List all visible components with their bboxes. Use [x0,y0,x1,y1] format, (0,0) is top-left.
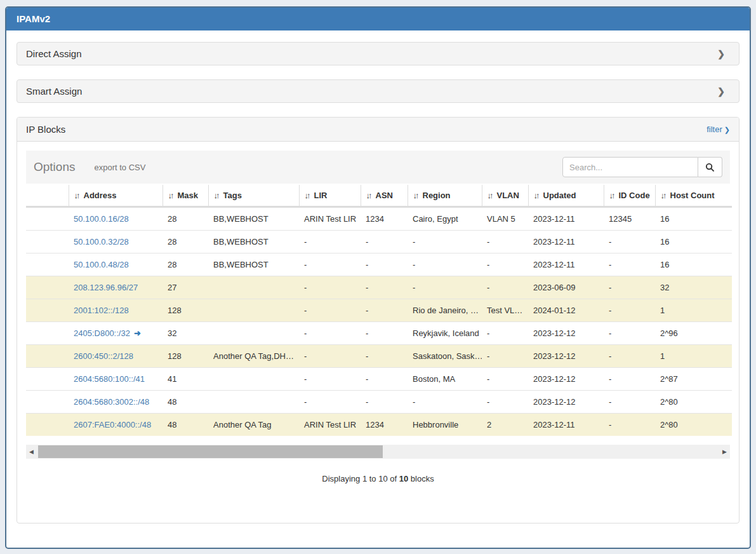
vlan-cell: - [482,391,528,414]
smart-assign-label: Smart Assign [26,86,82,97]
mask-cell: 28 [162,253,208,276]
table-row: 50.100.0.16/2828BB,WEBHOSTARIN Test LIR1… [26,207,732,231]
host-count-cell: 1 [655,299,732,322]
updated-cell: 2023-12-11 [528,414,604,436]
search-input[interactable] [562,157,698,177]
chevron-right-icon: ❯ [717,86,730,97]
address-cell: 50.100.0.32/28 [69,231,162,253]
address-link[interactable]: 50.100.0.48/28 [74,260,129,269]
vlan-cell: Test VL… [482,299,528,322]
region-cell: Boston, MA [408,368,482,391]
table-row: 2001:102::/128128--Rio de Janeiro, …Test… [26,299,732,322]
column-header-vlan[interactable]: ↓↑VLAN [482,185,528,207]
ipblocks-table-body: 50.100.0.16/2828BB,WEBHOSTARIN Test LIR1… [26,207,732,436]
scroll-right-icon[interactable]: ▶ [722,449,727,455]
column-header-mask[interactable]: ↓↑Mask [162,185,208,207]
table-row: 50.100.0.48/2828BB,WEBHOST----2023-12-11… [26,253,732,276]
table-row: 2604:5680:3002::/4848----2023-12-12-2^80 [26,391,732,414]
tags-cell [208,322,299,345]
region-cell: Cairo, Egypt [408,207,482,231]
id-code-cell: - [604,231,655,253]
tags-cell [208,276,299,299]
vlan-cell: - [482,322,528,345]
column-header-tags[interactable]: ↓↑Tags [208,185,299,207]
asn-cell: - [361,276,408,299]
tags-cell: Another QA Tag,DH… [208,345,299,368]
column-header-id-code[interactable]: ↓↑ID Code [604,185,655,207]
asn-cell: - [361,322,408,345]
table-header-row: ↓↑Address ↓↑Mask ↓↑Tags ↓↑LIR ↓↑ASN ↓↑Re… [26,185,732,207]
sort-icon: ↓↑ [534,191,538,200]
column-header-asn[interactable]: ↓↑ASN [361,185,408,207]
chevron-right-icon: ❯ [724,126,730,133]
id-code-cell: - [604,414,655,436]
mask-cell: 41 [162,368,208,391]
chevron-right-icon: ❯ [717,49,730,59]
asn-cell: - [361,231,408,253]
column-header-region[interactable]: ↓↑Region [408,185,482,207]
address-link[interactable]: 50.100.0.32/28 [74,237,129,247]
panel-direct-assign[interactable]: Direct Assign ❯ [17,42,739,65]
direct-assign-label: Direct Assign [26,48,82,59]
column-header-updated[interactable]: ↓↑Updated [528,185,604,207]
id-code-cell: - [604,299,655,322]
tags-cell [208,299,299,322]
address-link[interactable]: 2604:5680:100::/41 [74,374,145,384]
row-lead-spacer [26,253,69,276]
scroll-left-icon[interactable]: ◀ [29,449,34,455]
vlan-cell: - [482,345,528,368]
id-code-cell: 12345 [604,207,655,231]
column-header-lir[interactable]: ↓↑LIR [299,185,361,207]
ip-blocks-label: IP Blocks [26,124,65,135]
address-link[interactable]: 2604:5680:3002::/48 [74,397,149,407]
address-link[interactable]: 2607:FAE0:4000::/48 [74,420,151,429]
app-title-bar: IPAMv2 [6,8,750,30]
panel-ip-blocks: IP Blocks filter❯ Options export to CSV [17,117,739,524]
updated-cell: 2023-12-12 [528,368,604,391]
sort-icon: ↓↑ [609,191,614,200]
horizontal-scrollbar[interactable]: ◀ ▶ [26,445,730,459]
sort-icon: ↓↑ [74,191,79,200]
panel-smart-assign[interactable]: Smart Assign ❯ [17,79,739,103]
region-cell: Rio de Janeiro, … [408,299,482,322]
lir-cell: - [299,299,361,322]
asn-cell: - [361,368,408,391]
vlan-cell: 2 [482,414,528,436]
vlan-cell: VLAN 5 [482,207,528,231]
host-count-cell: 16 [655,207,732,231]
scrollbar-thumb[interactable] [38,445,383,458]
address-link[interactable]: 208.123.96.96/27 [74,283,138,292]
address-link[interactable]: 2600:450::2/128 [74,351,133,361]
updated-cell: 2023-12-11 [528,253,604,276]
lir-cell: ARIN Test LIR [299,414,361,436]
lir-cell: - [299,276,361,299]
tags-cell: BB,WEBHOST [208,231,299,253]
address-link[interactable]: 2405:D800::/32 [74,328,130,338]
column-header-host-count[interactable]: ↓↑Host Count [655,185,732,207]
tags-cell: BB,WEBHOST [208,253,299,276]
updated-cell: 2023-06-09 [528,276,604,299]
address-cell: 2405:D800::/32➜ [69,322,162,345]
tags-cell [208,391,299,414]
asn-cell: 1234 [361,207,408,231]
sort-icon: ↓↑ [168,191,173,200]
arrow-right-icon[interactable]: ➜ [134,328,141,338]
export-csv-link[interactable]: export to CSV [94,163,145,172]
sort-icon: ↓↑ [661,191,665,200]
filter-link[interactable]: filter❯ [706,125,730,134]
host-count-cell: 16 [655,253,732,276]
address-link[interactable]: 50.100.0.16/28 [74,214,129,224]
search-button[interactable] [698,157,722,177]
host-count-cell: 2^87 [655,368,732,391]
address-link[interactable]: 2001:102::/128 [74,306,129,315]
row-lead-spacer [26,207,69,231]
lir-cell: - [299,322,361,345]
table-row: 2604:5680:100::/4141--Boston, MA-2023-12… [26,368,732,391]
mask-cell: 28 [162,231,208,253]
updated-cell: 2024-01-12 [528,299,604,322]
app-frame: IPAMv2 Direct Assign ❯ Smart Assign ❯ IP… [5,6,751,549]
lir-cell: - [299,253,361,276]
ip-blocks-table: ↓↑Address ↓↑Mask ↓↑Tags ↓↑LIR ↓↑ASN ↓↑Re… [26,185,732,436]
column-header-address[interactable]: ↓↑Address [69,185,162,207]
region-cell: - [408,276,482,299]
